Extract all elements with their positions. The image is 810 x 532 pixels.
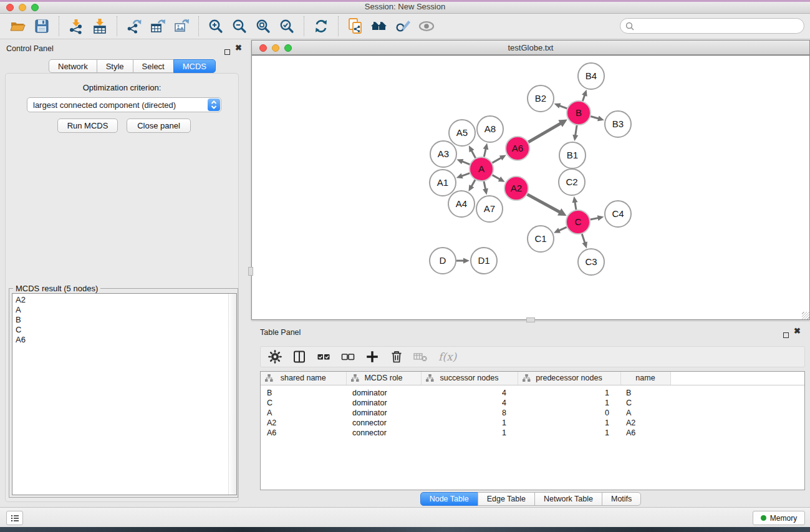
function-builder-icon[interactable]: f(x) <box>436 351 456 363</box>
graph-edge-C-C3[interactable] <box>582 234 587 248</box>
create-column-add-icon[interactable] <box>363 347 382 366</box>
export-network-icon[interactable] <box>122 16 146 37</box>
graph-node-B2[interactable]: B2 <box>528 85 554 112</box>
table-row[interactable]: A2connector11A2 <box>261 418 804 428</box>
show-details-eye-icon[interactable] <box>415 16 438 37</box>
column-header-shared-name[interactable]: shared name <box>261 372 346 385</box>
import-table-icon[interactable] <box>88 16 112 37</box>
column-header-successor-nodes[interactable]: successor nodes <box>421 372 518 385</box>
graph-edge-A-A2[interactable] <box>492 175 504 182</box>
show-columns-icon[interactable] <box>290 347 309 366</box>
float-panel-icon[interactable] <box>224 46 230 57</box>
graph-edge-D-D1[interactable] <box>456 258 470 264</box>
mcds-result-item[interactable]: C <box>12 325 236 335</box>
memory-button[interactable]: Memory <box>753 511 805 525</box>
vertical-splitter-handle[interactable] <box>248 267 253 276</box>
graph-edge-B-B4[interactable] <box>582 90 587 101</box>
horizontal-splitter-handle[interactable] <box>526 317 535 322</box>
column-header-name[interactable]: name <box>620 372 670 385</box>
graph-edge-A-A8[interactable] <box>483 143 489 157</box>
graph-node-C2[interactable]: C2 <box>559 169 585 195</box>
close-panel-icon[interactable]: ✖ <box>235 44 242 52</box>
mcds-result-item[interactable]: A <box>12 305 236 315</box>
network-window-titlebar[interactable]: testGlobe.txt <box>252 41 809 55</box>
graph-edge-A-A6[interactable] <box>492 155 506 163</box>
table-tab-network-table[interactable]: Network Table <box>534 492 602 506</box>
graph-node-D[interactable]: D <box>430 248 456 274</box>
column-header-MCDS-role[interactable]: MCDS role <box>346 372 421 385</box>
graph-edge-A6-B[interactable] <box>528 120 567 142</box>
graph-edge-B-B1[interactable] <box>572 125 578 141</box>
graph-node-C[interactable]: C <box>566 210 590 234</box>
graph-node-A6[interactable]: A6 <box>506 137 529 160</box>
apply-layout-icon[interactable] <box>309 16 333 37</box>
graph-edge-A-A7[interactable] <box>483 181 488 195</box>
graph-edge-B-B3[interactable] <box>591 116 604 122</box>
open-session-icon[interactable] <box>6 16 30 37</box>
resize-grip-icon[interactable] <box>802 312 809 319</box>
table-settings-gear-icon[interactable] <box>266 347 284 366</box>
graph-edge-A-A1[interactable] <box>456 173 470 179</box>
zoom-fit-icon[interactable] <box>251 16 275 37</box>
float-table-panel-icon[interactable] <box>783 329 789 341</box>
table-row[interactable]: A6connector11A6 <box>261 428 804 438</box>
tab-mcds[interactable]: MCDS <box>173 59 216 73</box>
graph-node-C4[interactable]: C4 <box>605 201 631 227</box>
search-box[interactable] <box>620 18 804 34</box>
zoom-in-icon[interactable] <box>204 16 228 37</box>
deselect-all-rows-icon[interactable] <box>339 347 357 366</box>
export-table-icon[interactable] <box>146 16 170 37</box>
mcds-result-list[interactable]: A2ABCA6 <box>12 293 237 495</box>
close-table-panel-icon[interactable]: ✖ <box>794 327 801 335</box>
graph-node-A3[interactable]: A3 <box>430 141 456 167</box>
criterion-dropdown[interactable]: largest connected component (directed) <box>27 97 221 112</box>
graph-edge-A-A4[interactable] <box>468 180 475 191</box>
mcds-result-item[interactable]: A6 <box>12 335 236 345</box>
delete-table-icon[interactable] <box>412 347 430 366</box>
import-network-icon[interactable] <box>64 16 88 37</box>
table-tab-edge-table[interactable]: Edge Table <box>478 492 535 506</box>
graph-node-B1[interactable]: B1 <box>559 142 586 168</box>
graph-node-A4[interactable]: A4 <box>448 191 475 217</box>
graph-edge-A2-C[interactable] <box>528 195 567 216</box>
graph-node-A8[interactable]: A8 <box>477 116 503 142</box>
graph-edge-C-C4[interactable] <box>591 215 604 221</box>
save-session-icon[interactable] <box>30 16 54 37</box>
scrollbar-track[interactable] <box>228 294 236 495</box>
table-row[interactable]: Bdominator41B <box>261 388 804 398</box>
graph-node-B3[interactable]: B3 <box>605 111 631 137</box>
graph-node-A1[interactable]: A1 <box>430 170 456 196</box>
graph-edge-C-C2[interactable] <box>572 196 578 210</box>
zoom-out-icon[interactable] <box>228 16 251 37</box>
network-canvas[interactable]: B4B2BB3A5A8A6B1A3AC2A1A2A4A7C4CC1C3DD1 <box>252 55 809 319</box>
graph-node-A2[interactable]: A2 <box>504 177 528 200</box>
graph-edge-A-A5[interactable] <box>469 145 476 158</box>
graph-edge-C-C1[interactable] <box>554 227 567 233</box>
table-row[interactable]: Adominator80A <box>261 408 804 418</box>
table-tab-node-table[interactable]: Node Table <box>420 492 478 506</box>
graph-node-A7[interactable]: A7 <box>476 196 503 222</box>
run-mcds-button[interactable]: Run MCDS <box>57 118 118 133</box>
mcds-result-item[interactable]: A2 <box>12 295 236 305</box>
graph-node-D1[interactable]: D1 <box>471 248 497 274</box>
delete-column-trash-icon[interactable] <box>387 347 406 366</box>
graph-node-A5[interactable]: A5 <box>449 120 475 146</box>
node-table[interactable]: shared nameMCDS rolesuccessor nodesprede… <box>260 371 805 490</box>
column-header-predecessor-nodes[interactable]: predecessor nodes <box>518 372 620 385</box>
table-tab-motifs[interactable]: Motifs <box>602 492 641 506</box>
task-history-button[interactable] <box>6 511 23 525</box>
table-row[interactable]: Cdominator41C <box>261 398 804 408</box>
search-input[interactable] <box>634 20 804 32</box>
toggle-annotations-icon[interactable] <box>391 16 415 37</box>
select-all-rows-icon[interactable] <box>314 347 333 366</box>
mcds-result-item[interactable]: B <box>12 315 236 325</box>
clone-network-icon[interactable] <box>344 16 367 37</box>
graph-node-C3[interactable]: C3 <box>578 249 604 275</box>
home-icon[interactable] <box>367 16 391 37</box>
tab-select[interactable]: Select <box>133 59 174 73</box>
graph-node-A[interactable]: A <box>470 157 493 181</box>
graph-node-C1[interactable]: C1 <box>528 226 554 252</box>
tab-style[interactable]: Style <box>97 59 133 73</box>
export-image-icon[interactable] <box>170 16 193 37</box>
graph-edge-B-B2[interactable] <box>554 103 567 109</box>
